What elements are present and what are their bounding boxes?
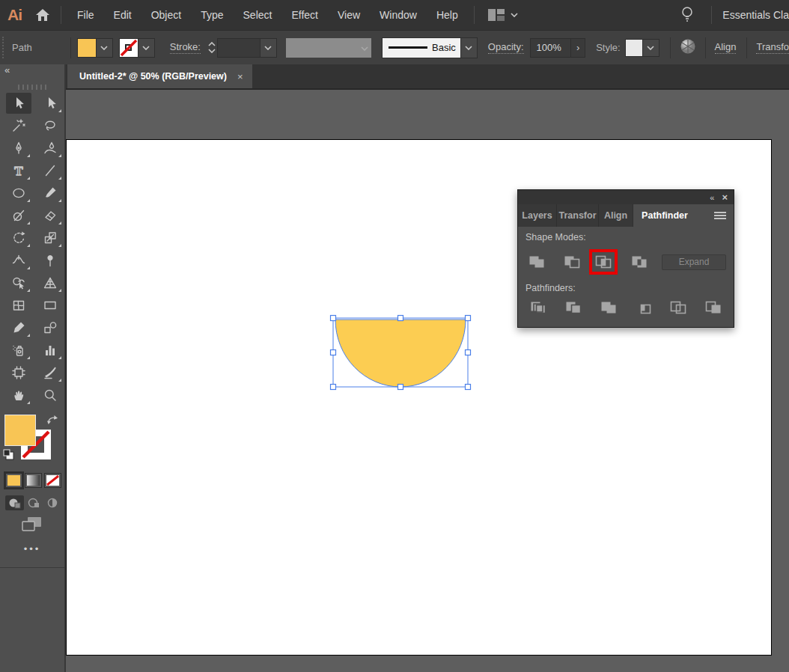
menu-help[interactable]: Help (427, 9, 468, 21)
tool-blend[interactable] (37, 317, 63, 338)
edit-toolbar-button[interactable]: ••• (0, 543, 64, 555)
opacity-expand-button[interactable]: › (571, 38, 585, 58)
tool-curvature[interactable] (37, 138, 63, 159)
home-button[interactable] (35, 8, 50, 22)
shape-mode-exclude-button[interactable] (628, 252, 651, 272)
panel-menu-icon[interactable] (714, 212, 726, 219)
tool-artboard[interactable] (6, 362, 31, 383)
pathfinder-minus-back-button[interactable] (702, 298, 725, 317)
tool-shape-builder[interactable] (6, 272, 31, 293)
collapse-to-icons-button[interactable]: « (710, 193, 714, 202)
draw-normal-button[interactable] (5, 495, 24, 510)
tool-zoom[interactable] (37, 385, 63, 406)
fill-color-control[interactable] (77, 38, 113, 58)
menu-edit[interactable]: Edit (104, 9, 141, 21)
stroke-dropdown-button[interactable] (138, 39, 154, 57)
tool-gradient[interactable] (37, 295, 63, 316)
opacity-panel-link[interactable]: Opacity: (488, 41, 524, 54)
menu-file[interactable]: File (67, 9, 104, 21)
tool-rotate[interactable] (6, 227, 31, 248)
tool-type[interactable]: T (6, 160, 31, 181)
draw-inside-button[interactable] (43, 495, 61, 510)
style-swatch[interactable] (626, 40, 642, 56)
shape-mode-minus-front-button[interactable] (561, 252, 583, 272)
tab-pathfinder[interactable]: Pathfinder (633, 204, 696, 227)
document-arrangement-button[interactable] (488, 9, 518, 21)
pathfinder-outline-button[interactable] (667, 298, 689, 317)
selected-shape[interactable] (328, 313, 478, 395)
shape-mode-intersect-button[interactable] (592, 252, 615, 272)
opacity-input[interactable]: 100% (530, 38, 572, 58)
chevron-down-icon[interactable] (260, 39, 276, 57)
menu-window[interactable]: Window (370, 9, 427, 21)
shape-mode-unite-button[interactable] (526, 252, 548, 272)
tab-align[interactable]: Align (599, 204, 633, 227)
stroke-panel-link[interactable]: Stroke: (170, 41, 201, 54)
menu-type[interactable]: Type (191, 9, 233, 21)
document-tab[interactable]: Untitled-2* @ 50% (RGB/Preview) × (67, 64, 252, 88)
chevron-down-icon (100, 46, 108, 50)
tool-pen[interactable] (6, 138, 31, 159)
change-screen-mode-button[interactable] (22, 516, 43, 536)
pathfinder-crop-button[interactable] (632, 298, 654, 317)
tool-symbol-sprayer[interactable] (6, 340, 31, 361)
tool-hand[interactable] (6, 385, 31, 406)
brush-definition-dropdown[interactable]: Basic (382, 37, 478, 58)
stroke-weight-dropdown[interactable] (217, 38, 277, 58)
pathfinder-merge-button[interactable] (597, 298, 620, 317)
tab-layers[interactable]: Layers (518, 204, 557, 227)
tool-lasso[interactable] (37, 115, 63, 136)
style-dropdown-button[interactable] (642, 40, 659, 56)
tool-column-graph[interactable] (37, 340, 63, 361)
collapse-panel-button[interactable]: « (4, 64, 10, 76)
stroke-color-control[interactable] (119, 38, 155, 58)
pathfinder-trim-button[interactable] (562, 298, 585, 317)
close-icon[interactable]: × (237, 71, 243, 82)
fill-indicator[interactable] (4, 415, 36, 446)
transform-panel-link[interactable]: Transfo (756, 41, 789, 54)
tool-eyedropper[interactable] (6, 317, 31, 338)
color-button[interactable] (5, 473, 22, 488)
menu-view[interactable]: View (328, 9, 370, 21)
recolor-artwork-button[interactable] (680, 38, 696, 57)
menu-effect[interactable]: Effect (281, 9, 328, 21)
close-icon[interactable]: × (722, 192, 728, 203)
brush-dropdown-button[interactable] (460, 38, 477, 58)
tool-selection[interactable] (6, 93, 31, 114)
stroke-none-swatch[interactable] (120, 39, 138, 57)
workspace-switcher[interactable]: Essentials Cla (722, 9, 789, 21)
none-slash-icon (46, 475, 59, 486)
fill-dropdown-button[interactable] (96, 39, 112, 57)
tool-shaper[interactable] (6, 205, 31, 226)
tool-line-segment[interactable] (37, 160, 63, 181)
tool-slice[interactable] (37, 362, 63, 383)
style-control[interactable] (625, 39, 659, 57)
swap-fill-stroke-button[interactable] (46, 415, 58, 428)
panel-grip[interactable] (18, 85, 48, 90)
recolor-artwork-icon (680, 38, 696, 55)
tab-transform[interactable]: Transfor (557, 204, 599, 227)
discover-button[interactable] (681, 6, 693, 25)
fill-stroke-indicator (4, 415, 61, 467)
tool-direct-selection[interactable] (37, 93, 63, 114)
tool-mesh[interactable] (6, 295, 31, 316)
canvas-pasteboard[interactable] (66, 90, 789, 672)
tool-eraser[interactable] (37, 205, 63, 226)
default-fill-stroke-button[interactable] (3, 449, 15, 464)
tool-width[interactable] (6, 250, 31, 271)
pathfinder-divide-button[interactable] (527, 298, 549, 317)
none-button[interactable] (44, 473, 61, 488)
tool-puppet-warp[interactable] (37, 250, 63, 271)
menu-select[interactable]: Select (234, 9, 282, 21)
gradient-button[interactable] (25, 473, 42, 488)
stroke-weight-stepper[interactable] (207, 40, 217, 55)
tool-scale[interactable] (37, 227, 63, 248)
menu-object[interactable]: Object (141, 9, 191, 21)
tool-magic-wand[interactable] (6, 115, 31, 136)
tool-paintbrush[interactable] (37, 183, 63, 204)
tool-ellipse[interactable] (6, 183, 31, 204)
fill-swatch[interactable] (78, 39, 96, 57)
align-panel-link[interactable]: Align (715, 41, 737, 54)
tool-perspective-grid[interactable] (37, 272, 63, 293)
draw-behind-button[interactable] (24, 495, 43, 510)
